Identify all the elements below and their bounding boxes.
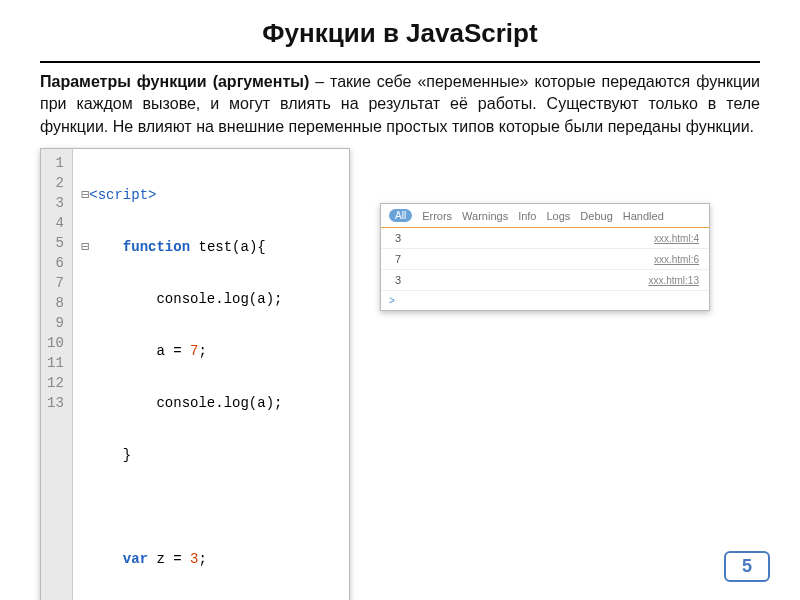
line-number: 9 — [47, 313, 64, 333]
console-row: 3 xxx.html:4 — [381, 228, 709, 249]
console-row: 3 xxx.html:13 — [381, 270, 709, 291]
line-number: 12 — [47, 373, 64, 393]
code-body: ⊟<script> ⊟ function test(a){ console.lo… — [73, 149, 349, 600]
slide-paragraph: Параметры функции (аргументы) – такие се… — [40, 71, 760, 138]
line-number: 5 — [47, 233, 64, 253]
content-row: 1 2 3 4 5 6 7 8 9 10 11 12 13 ⊟<script> … — [40, 148, 760, 600]
line-number: 10 — [47, 333, 64, 353]
paragraph-term: Параметры функции (аргументы) — [40, 73, 309, 90]
code-gutter: 1 2 3 4 5 6 7 8 9 10 11 12 13 — [41, 149, 73, 600]
console-tabs: All Errors Warnings Info Logs Debug Hand… — [381, 204, 709, 228]
console-value: 3 — [395, 232, 401, 244]
line-number: 8 — [47, 293, 64, 313]
line-number: 4 — [47, 213, 64, 233]
console-tab-errors[interactable]: Errors — [422, 210, 452, 222]
page-number: 5 — [724, 551, 770, 582]
console-location-link[interactable]: xxx.html:6 — [654, 254, 699, 265]
line-number: 3 — [47, 193, 64, 213]
console-location-link[interactable]: xxx.html:4 — [654, 233, 699, 244]
code-line: console.log(a); — [81, 393, 339, 413]
code-line: a = 7; — [81, 341, 339, 361]
line-number: 7 — [47, 273, 64, 293]
line-number: 6 — [47, 253, 64, 273]
slide-title: Функции в JavaScript — [40, 18, 760, 49]
code-line: } — [81, 445, 339, 465]
console-row: 7 xxx.html:6 — [381, 249, 709, 270]
console-tab-debug[interactable]: Debug — [580, 210, 612, 222]
line-number: 11 — [47, 353, 64, 373]
slide: Функции в JavaScript Параметры функции (… — [0, 0, 800, 600]
divider — [40, 61, 760, 63]
console-body: 3 xxx.html:4 7 xxx.html:6 3 xxx.html:13 … — [381, 228, 709, 310]
console-tab-all[interactable]: All — [389, 209, 412, 222]
code-line: ⊟ function test(a){ — [81, 237, 339, 257]
console-tab-logs[interactable]: Logs — [547, 210, 571, 222]
console-prompt[interactable]: > — [381, 291, 709, 310]
code-line: var z = 3; — [81, 549, 339, 569]
line-number: 2 — [47, 173, 64, 193]
console-location-link[interactable]: xxx.html:13 — [648, 275, 699, 286]
console-value: 7 — [395, 253, 401, 265]
console-value: 3 — [395, 274, 401, 286]
console-panel: All Errors Warnings Info Logs Debug Hand… — [380, 203, 710, 311]
code-line: console.log(a); — [81, 289, 339, 309]
code-editor: 1 2 3 4 5 6 7 8 9 10 11 12 13 ⊟<script> … — [40, 148, 350, 600]
console-tab-handled[interactable]: Handled — [623, 210, 664, 222]
console-tab-info[interactable]: Info — [518, 210, 536, 222]
line-number: 1 — [47, 153, 64, 173]
line-number: 13 — [47, 393, 64, 413]
code-line: ⊟<script> — [81, 185, 339, 205]
code-line — [81, 497, 339, 517]
console-tab-warnings[interactable]: Warnings — [462, 210, 508, 222]
console-box: All Errors Warnings Info Logs Debug Hand… — [380, 203, 710, 311]
